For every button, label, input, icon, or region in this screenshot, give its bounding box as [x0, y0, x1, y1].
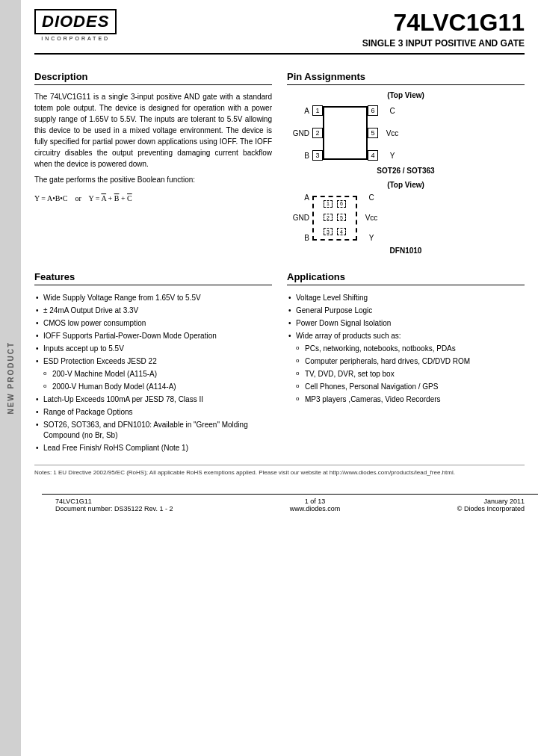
- pin-num-3: 3: [312, 150, 323, 161]
- dfn-pin-row-GND: GND: [287, 214, 312, 222]
- main-content: DIODES INCORPORATED 74LVC1G11 SINGLE 3 I…: [21, 0, 538, 521]
- app-item-7: Cell Phones, Personal Navigation / GPS: [287, 380, 525, 393]
- pin-num-1: 1: [312, 105, 323, 116]
- feature-item-1: ± 24mA Output Drive at 3.3V: [34, 304, 272, 317]
- features-title: Features: [34, 271, 272, 285]
- feature-item-7: 2000-V Human Body Model (A114-A): [34, 380, 272, 393]
- footer: 74LVC1G11 Document number: DS35122 Rev. …: [42, 494, 538, 515]
- dfn-view: (Top View) A GND B: [287, 181, 525, 255]
- notes-text: Notes: 1 EU Directive 2002/95/EC (RoHS);…: [34, 469, 455, 476]
- dfn-pin-row-A: A: [287, 193, 312, 202]
- dfn-pin-label-B: B: [287, 234, 309, 242]
- formula-line: Y = A•B•C or Y = A + B + C: [34, 191, 272, 205]
- app-item-6: TV, DVD, DVR, set top box: [287, 368, 525, 380]
- dfn-view-label: (Top View): [287, 181, 525, 189]
- sot-view: (Top View) A 1 GND 2 B: [287, 91, 525, 175]
- pin-label-A: A: [287, 107, 309, 115]
- feature-item-8: Latch-Up Exceeds 100mA per JESD 78, Clas…: [34, 393, 272, 406]
- footer-website: www.diodes.com: [290, 505, 341, 512]
- description-section: Description The 74LVC1G11 is a single 3-…: [34, 61, 272, 261]
- footer-doc: Document number: DS35122 Rev. 1 - 2: [55, 505, 173, 512]
- features-section: Features Wide Supply Voltage Range from …: [34, 261, 272, 454]
- bottom-two-col: Features Wide Supply Voltage Range from …: [34, 261, 525, 454]
- footer-left: 74LVC1G11 Document number: DS35122 Rev. …: [55, 498, 173, 512]
- pin-label-Y: Y: [381, 152, 404, 160]
- side-banner: NEW PRODUCT: [0, 0, 21, 756]
- footer-date: January 2011: [457, 498, 525, 505]
- footer-part: 74LVC1G11: [55, 498, 173, 505]
- app-item-4: PCs, networking, notebooks, notbooks, PD…: [287, 342, 525, 355]
- app-item-5: Computer peripherals, hard drives, CD/DV…: [287, 355, 525, 368]
- formula-intro: The gate performs the positive Boolean f…: [34, 174, 272, 185]
- dfn-inner-row-1: 1 6: [324, 200, 346, 208]
- pin-num-2: 2: [312, 128, 323, 138]
- feature-item-4: Inputs accept up to 5.5V: [34, 342, 272, 355]
- sot-package-name: SOT26 / SOT363: [287, 167, 525, 175]
- logo-box: DIODES: [34, 9, 117, 34]
- dfn-body: 1 6 2 5 3 4: [312, 196, 357, 241]
- formula1: Y = A•B•C or Y = A + B + C: [34, 194, 132, 202]
- description-title: Description: [34, 71, 272, 85]
- app-item-0: Voltage Level Shifting: [287, 291, 525, 304]
- logo-area: DIODES INCORPORATED: [34, 9, 117, 41]
- feature-item-0: Wide Supply Voltage Range from 1.65V to …: [34, 291, 272, 304]
- pin-num-5: 5: [368, 128, 378, 138]
- footer-page: 1 of 13: [290, 498, 341, 505]
- header: DIODES INCORPORATED 74LVC1G11 SINGLE 3 I…: [34, 9, 525, 55]
- pin-label-C: C: [381, 107, 404, 115]
- app-item-8: MP3 players ,Cameras, Video Recorders: [287, 393, 525, 406]
- applications-title: Applications: [287, 271, 525, 285]
- feature-item-6: 200-V Machine Model (A115-A): [34, 368, 272, 380]
- sot-pkg-body: [323, 106, 368, 160]
- feature-item-2: CMOS low power consumption: [34, 317, 272, 329]
- dfn-pin-row-Y2: Y: [357, 234, 383, 242]
- dfn-right-pins: C Vcc Y: [357, 192, 383, 244]
- dfn-pin-3: 3: [324, 228, 333, 235]
- dfn-inner-row-3: 3 4: [324, 228, 346, 235]
- features-list: Wide Supply Voltage Range from 1.65V to …: [34, 291, 272, 454]
- pin-assignments-section: Pin Assignments (Top View) A 1 GND 2: [287, 61, 525, 261]
- dfn-pin-6: 6: [337, 200, 346, 208]
- applications-list: Voltage Level Shifting General Purpose L…: [287, 291, 525, 406]
- side-banner-text: NEW PRODUCT: [7, 341, 15, 415]
- dfn-pin-label-A: A: [287, 193, 309, 202]
- sot-view-label: (Top View): [287, 91, 525, 99]
- sot-layout: A 1 GND 2 B 3: [287, 104, 525, 162]
- dfn-pin-row-C: C: [357, 193, 383, 202]
- pin-num-6: 6: [368, 105, 378, 116]
- dfn-pin-label-GND: GND: [287, 214, 309, 222]
- sot-left-pins: A 1 GND 2 B 3: [287, 104, 323, 162]
- top-two-col: Description The 74LVC1G11 is a single 3-…: [34, 61, 525, 261]
- pin-row-A: A 1: [287, 105, 323, 116]
- app-item-1: General Purpose Logic: [287, 304, 525, 317]
- dfn-layout: A GND B 1 6: [287, 192, 525, 244]
- part-subtitle: SINGLE 3 INPUT POSITIVE AND GATE: [362, 38, 525, 49]
- dfn-pin-label-C: C: [360, 193, 383, 202]
- pin-row-B: B 3: [287, 150, 323, 161]
- feature-item-11: Lead Free Finish/ RoHS Compliant (Note 1…: [34, 441, 272, 454]
- description-body: The 74LVC1G11 is a single 3-input positi…: [34, 91, 272, 170]
- applications-section: Applications Voltage Level Shifting Gene…: [287, 261, 525, 454]
- dfn-pin-row-B: B: [287, 234, 312, 242]
- pin-row-C: 6 C: [368, 105, 404, 116]
- dfn-inner-row-2: 2 5: [324, 214, 346, 221]
- sot-right-pins: 6 C 5 Vcc 4 Y: [368, 104, 404, 162]
- app-item-2: Power Down Signal Isolation: [287, 317, 525, 329]
- feature-item-3: IOFF Supports Partial-Power-Down Mode Op…: [34, 329, 272, 342]
- dfn-pin-row-Vcc2: Vcc: [357, 214, 383, 222]
- pin-row-GND: GND 2: [287, 128, 323, 138]
- dfn-pin-2: 2: [324, 214, 333, 221]
- pin-label-B: B: [287, 152, 309, 160]
- dfn-left-pins: A GND B: [287, 192, 312, 244]
- pin-row-Vcc: 5 Vcc: [368, 128, 404, 138]
- dfn-pin-1: 1: [324, 200, 333, 208]
- pin-label-Vcc: Vcc: [381, 129, 404, 137]
- feature-item-5: ESD Protection Exceeds JESD 22: [34, 355, 272, 368]
- pin-row-Y: 4 Y: [368, 150, 404, 161]
- dfn-pin-5: 5: [337, 214, 346, 221]
- footer-copyright: © Diodes Incorporated: [457, 505, 525, 512]
- header-right: 74LVC1G11 SINGLE 3 INPUT POSITIVE AND GA…: [362, 9, 525, 49]
- pin-assignments-title: Pin Assignments: [287, 71, 525, 85]
- part-number: 74LVC1G11: [362, 9, 525, 37]
- boolean-formula: Y = A•B•C or Y = A + B + C: [34, 191, 272, 205]
